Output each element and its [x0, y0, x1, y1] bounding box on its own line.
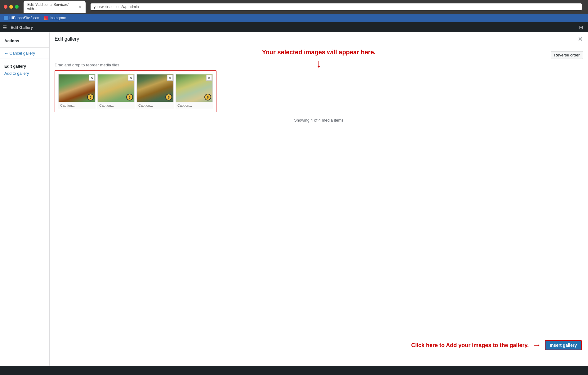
edit-gallery-modal: Edit gallery ✕ Your selected images will…	[50, 32, 588, 366]
bookmarks-bar: LilBubbaSite2.com Instagram	[0, 14, 588, 22]
wp-sidebar: Actions ← Cancel gallery Edit gallery Ad…	[0, 32, 50, 366]
caption-input-1[interactable]	[58, 102, 96, 109]
gallery-item: ✕ ₿	[176, 74, 213, 109]
remove-image-4-button[interactable]: ✕	[206, 75, 212, 81]
edit-gallery-section-title: Edit gallery	[0, 61, 49, 70]
gallery-image-2: ✕ ₿	[97, 74, 135, 102]
instagram-favicon	[44, 16, 48, 20]
wp-grid-icon[interactable]: ⊞	[577, 25, 586, 30]
modal-body: Your selected images will appear here. ↓…	[50, 46, 588, 366]
drag-drop-hint: Drag and drop to reorder media files.	[55, 63, 583, 67]
bookmark-instagram[interactable]: Instagram	[44, 16, 66, 20]
maximize-button[interactable]	[15, 5, 19, 9]
image-logo-2: ₿	[126, 94, 133, 100]
caption-input-2[interactable]	[97, 102, 135, 109]
browser-tab[interactable]: Edit "Additional Services" with... ✕	[24, 1, 86, 13]
reverse-order-button[interactable]: Reverse order	[551, 51, 583, 59]
bookmark-lilbubba[interactable]: LilBubbaSite2.com	[4, 16, 40, 20]
insert-annotation-text: Click here to Add your images to the gal…	[411, 342, 529, 349]
lilbubba-favicon	[4, 16, 8, 20]
insert-gallery-button[interactable]: Insert gallery	[545, 340, 582, 350]
modal-overlay: Edit gallery ✕ Your selected images will…	[50, 32, 588, 366]
modal-header: Edit gallery ✕	[50, 32, 588, 46]
close-button[interactable]	[4, 5, 7, 9]
showing-label: Showing 4 of 4 media items	[55, 118, 583, 123]
sidebar-divider-1	[0, 47, 49, 48]
remove-image-3-button[interactable]: ✕	[167, 75, 173, 81]
insert-annotation-arrow-icon: →	[532, 340, 541, 350]
sidebar-divider-2	[0, 59, 49, 59]
remove-image-2-button[interactable]: ✕	[128, 75, 134, 81]
tab-title: Edit "Additional Services" with...	[27, 2, 76, 11]
modal-title: Edit gallery	[55, 36, 79, 42]
wp-admin-bar-right: ⊞	[577, 25, 586, 30]
wp-admin-bar: ☰ Edit Gallery ⊞	[0, 22, 588, 32]
gallery-image-1: ✕ ₿	[58, 74, 96, 102]
actions-section-title: Actions	[0, 36, 49, 46]
image-logo-3: ₿	[165, 94, 172, 100]
modal-toolbar: Reverse order	[55, 51, 583, 59]
gallery-item: ✕ ₿	[58, 74, 96, 109]
tab-close-icon[interactable]: ✕	[78, 4, 82, 9]
image-logo-4: ₿	[204, 94, 211, 100]
address-bar[interactable]: yourwebsite.com/wp-admin	[91, 3, 582, 10]
wp-main: One Less To-Do For You Edit gallery ✕ Yo…	[50, 32, 588, 366]
hamburger-icon[interactable]: ☰	[2, 25, 7, 30]
browser-chrome: Edit "Additional Services" with... ✕ you…	[0, 0, 588, 14]
gallery-item: ✕ ₿	[97, 74, 135, 109]
bookmark-instagram-label: Instagram	[50, 16, 66, 20]
modal-close-button[interactable]: ✕	[578, 36, 583, 42]
cancel-gallery-link[interactable]: ← Cancel gallery	[0, 50, 49, 57]
gallery-image-3: ✕ ₿	[136, 74, 174, 102]
gallery-image-4: ✕ ₿	[176, 74, 213, 102]
add-to-gallery-link[interactable]: Add to gallery	[0, 70, 49, 77]
bookmark-lilbubba-label: LilBubbaSite2.com	[9, 16, 40, 20]
gallery-item: ✕ ₿	[136, 74, 174, 109]
insert-gallery-annotation: Click here to Add your images to the gal…	[411, 340, 582, 350]
caption-input-4[interactable]	[176, 102, 213, 109]
gallery-container: ✕ ₿ ✕ ₿	[55, 70, 216, 112]
wp-layout: Actions ← Cancel gallery Edit gallery Ad…	[0, 32, 588, 366]
image-logo-1: ₿	[87, 94, 94, 100]
remove-image-1-button[interactable]: ✕	[89, 75, 95, 81]
wp-bottom-bar	[0, 366, 588, 375]
browser-traffic-lights	[4, 5, 19, 9]
caption-input-3[interactable]	[136, 102, 174, 109]
wp-site-name: Edit Gallery	[8, 25, 35, 30]
minimize-button[interactable]	[9, 5, 13, 9]
